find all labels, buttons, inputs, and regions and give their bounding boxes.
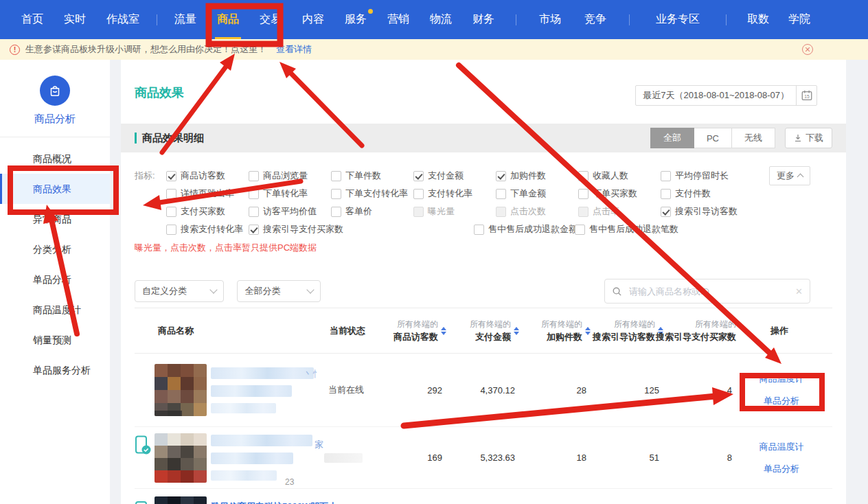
nav-item-academy[interactable]: 学院	[788, 0, 810, 39]
checkbox-icon[interactable]	[331, 189, 341, 199]
search-pay-buyers-cell: 8	[667, 453, 740, 463]
metric-item[interactable]: 访客平均价值	[249, 205, 331, 218]
checkbox-icon[interactable]	[474, 225, 484, 235]
checkbox-icon[interactable]	[249, 207, 259, 217]
metric-item[interactable]: 支付买家数	[166, 205, 249, 218]
checkbox-icon[interactable]	[166, 207, 176, 217]
sidebar-item-sales-forecast[interactable]: 销量预测	[0, 325, 110, 355]
pay-amount-cell: 4,370.12	[450, 385, 523, 396]
date-range-picker[interactable]: 最近7天（2018-08-01~2018-08-07） 15	[635, 85, 817, 106]
sidebar-item-product-effect[interactable]: 商品效果	[0, 174, 110, 204]
table-row-partial: 雅贝信商用电磁炉5000W凹面大	[135, 489, 832, 504]
sidebar-item-single-product-analysis[interactable]: 单品分析	[0, 264, 110, 295]
nav-item-marketing[interactable]: 营销	[387, 0, 409, 39]
metric-item[interactable]: 支付金额	[413, 170, 496, 182]
nav-item-logistics[interactable]: 物流	[430, 0, 452, 39]
checkbox-checked-icon[interactable]	[661, 207, 671, 217]
all-category-select[interactable]: 全部分类	[237, 280, 321, 302]
nav-item-trade[interactable]: 交易	[260, 0, 282, 39]
nav-item-content[interactable]: 内容	[302, 0, 324, 39]
single-product-analysis-link[interactable]: 单品分析	[764, 395, 799, 407]
product-search-box: ✕	[604, 279, 810, 303]
metric-item[interactable]: 下单金额	[496, 187, 578, 200]
product-cell[interactable]: 家 23	[135, 433, 317, 483]
nav-item-data-fetch[interactable]: 取数	[747, 0, 769, 39]
nav-item-realtime[interactable]: 实时	[64, 0, 86, 39]
checkbox-checked-icon[interactable]	[496, 171, 506, 181]
sort-icon[interactable]	[441, 327, 446, 335]
checkbox-icon[interactable]	[413, 189, 424, 199]
checkbox-icon[interactable]	[661, 171, 671, 181]
sidebar-item-category-analysis[interactable]: 分类分析	[0, 234, 110, 264]
metric-item[interactable]: 下单转化率	[249, 187, 331, 200]
sidebar-title: 商品分析	[0, 113, 110, 126]
single-product-analysis-link[interactable]: 单品分析	[764, 463, 799, 475]
nav-item-business-zone[interactable]: 业务专区	[656, 0, 700, 39]
checkbox-checked-icon[interactable]	[413, 171, 424, 181]
checkbox-icon[interactable]	[249, 171, 259, 181]
nav-item-service-label: 服务	[345, 12, 367, 27]
close-icon[interactable]: ✕	[802, 44, 813, 55]
nav-item-finance[interactable]: 财务	[472, 0, 494, 39]
metric-name: 搜索引导支付买家数	[656, 330, 736, 344]
search-input[interactable]	[628, 286, 795, 297]
metric-item[interactable]: 支付转化率	[413, 187, 496, 200]
metric-item[interactable]: 下单支付转化率	[331, 187, 413, 200]
metric-item[interactable]: 搜索引导支付买家数	[249, 223, 474, 236]
checkbox-checked-icon[interactable]	[166, 171, 176, 181]
nav-item-warroom[interactable]: 作战室	[106, 0, 139, 39]
checkbox-icon[interactable]	[661, 189, 671, 199]
metric-item[interactable]: 商品浏览量	[249, 170, 331, 182]
checkbox-icon[interactable]	[575, 225, 585, 235]
nav-item-competition[interactable]: 竞争	[584, 0, 606, 39]
nav-item-service[interactable]: 服务	[345, 0, 367, 39]
metric-item[interactable]: 加购件数	[496, 170, 578, 182]
nav-item-home[interactable]: 首页	[21, 0, 43, 39]
calendar-icon[interactable]: 15	[796, 86, 816, 105]
metric-item[interactable]: 详情页跳出率	[166, 187, 249, 200]
terminal-tab-all[interactable]: 全部	[650, 128, 694, 148]
terminal-tab-wireless[interactable]: 无线	[732, 128, 775, 148]
checkbox-icon[interactable]	[496, 189, 506, 199]
metric-item[interactable]: 下单买家数	[578, 187, 661, 200]
product-thermometer-link[interactable]: 商品温度计	[760, 441, 804, 453]
sidebar-item-abnormal-products[interactable]: 异常商品	[0, 204, 110, 234]
notice-detail-link[interactable]: 查看详情	[276, 43, 312, 56]
sort-icon[interactable]	[585, 327, 591, 335]
terminal-tab-pc[interactable]: PC	[694, 128, 732, 148]
checkbox-icon[interactable]	[249, 189, 259, 199]
clear-search-icon[interactable]: ✕	[795, 286, 803, 297]
metric-item[interactable]: 下单件数	[331, 170, 413, 182]
checkbox-checked-icon[interactable]	[249, 225, 259, 235]
nav-item-product[interactable]: 商品	[217, 0, 239, 39]
more-metrics-button[interactable]: 更多	[769, 166, 810, 185]
product-cell[interactable]: 雅贝信商用电磁炉5000W凹面大	[135, 494, 492, 504]
metric-item[interactable]: 客单价	[331, 205, 413, 218]
checkbox-icon[interactable]	[578, 171, 589, 181]
metric-item[interactable]: 支付件数	[661, 187, 757, 200]
custom-category-select[interactable]: 自定义分类	[135, 280, 224, 302]
metric-item[interactable]: 售中售后成功退款金额	[474, 223, 575, 236]
metric-item[interactable]: 商品访客数	[166, 170, 249, 182]
checkbox-icon[interactable]	[166, 189, 176, 199]
sidebar-item-product-overview[interactable]: 商品概况	[0, 144, 110, 174]
metric-item[interactable]: 售中售后成功退款笔数	[575, 223, 678, 236]
metric-item[interactable]: 收藏人数	[578, 170, 661, 182]
search-visitors-cell: 51	[595, 453, 667, 463]
sidebar-item-single-product-service[interactable]: 单品服务分析	[0, 355, 110, 385]
product-thermometer-link[interactable]: 商品温度计	[760, 373, 804, 385]
metric-item[interactable]: 平均停留时长	[661, 170, 757, 182]
checkbox-icon[interactable]	[331, 171, 341, 181]
download-button[interactable]: 下载	[785, 128, 832, 148]
nav-item-traffic[interactable]: 流量	[174, 0, 196, 39]
checkbox-icon[interactable]	[166, 225, 176, 235]
checkbox-icon[interactable]	[578, 189, 589, 199]
nav-item-market[interactable]: 市场	[539, 0, 561, 39]
metric-item[interactable]: 搜索支付转化率	[166, 223, 249, 236]
product-cell[interactable]: 丶忄	[135, 364, 317, 416]
sort-icon[interactable]	[514, 327, 519, 335]
checkbox-icon[interactable]	[331, 207, 341, 217]
sidebar-item-product-thermometer[interactable]: 商品温度计	[0, 295, 110, 325]
product-title-link[interactable]: 雅贝信商用电磁炉5000W凹面大	[211, 501, 337, 504]
metric-item[interactable]: 搜索引导访客数	[661, 205, 757, 218]
